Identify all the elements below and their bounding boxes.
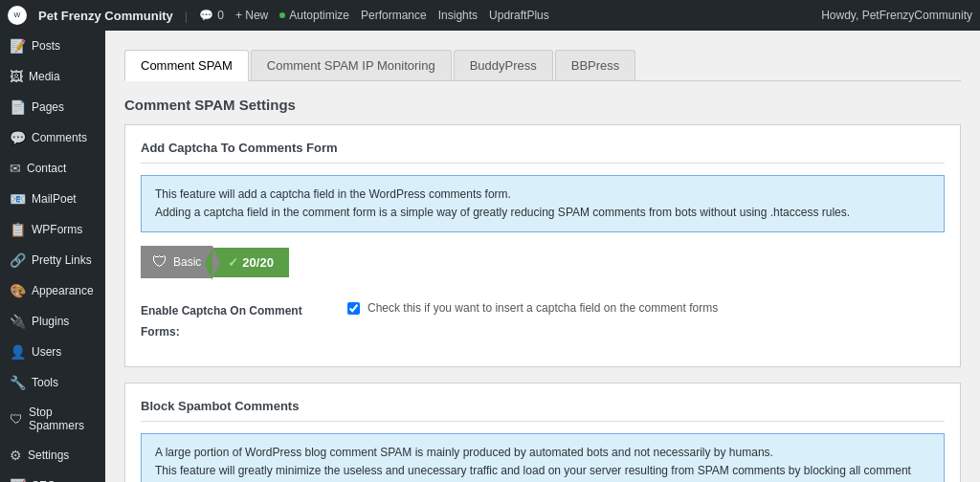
sidebar-item-contact[interactable]: ✉ Contact xyxy=(0,153,105,184)
section1-checkbox[interactable] xyxy=(347,302,360,315)
wpforms-icon: 📋 xyxy=(10,222,26,237)
autoptimize-status-dot xyxy=(279,12,285,18)
comments-icon: 💬 xyxy=(10,130,26,145)
comments-link[interactable]: 💬 0 xyxy=(199,9,224,22)
updraftplus-link[interactable]: UpdraftPlus xyxy=(489,9,549,22)
admin-bar: W Pet Frenzy Community | 💬 0 + New Autop… xyxy=(0,0,980,31)
media-icon: 🖼 xyxy=(10,69,23,84)
appearance-icon: 🎨 xyxy=(10,283,26,298)
sidebar-item-media[interactable]: 🖼 Media xyxy=(0,61,105,92)
section2-title: Block Spambot Comments xyxy=(141,399,945,422)
mailpoet-icon: 📧 xyxy=(10,191,26,207)
section-add-captcha: Add Captcha To Comments Form This featur… xyxy=(124,124,961,367)
tab-comment-spam-ip[interactable]: Comment SPAM IP Monitoring xyxy=(251,50,452,80)
section1-shield-badge: 🛡 Basic xyxy=(141,246,212,278)
tab-buddypress[interactable]: BuddyPress xyxy=(454,50,553,80)
page-title: Comment SPAM Settings xyxy=(124,97,961,113)
sidebar-item-mailpoet[interactable]: 📧 MailPoet xyxy=(0,184,105,214)
howdy-text: Howdy, PetFrenzyCommunity xyxy=(821,9,972,22)
sidebar-item-comments[interactable]: 💬 Comments xyxy=(0,122,105,153)
admin-sidebar: 📝 Posts 🖼 Media 📄 Pages 💬 Comments ✉ Con… xyxy=(0,31,105,482)
new-link[interactable]: + New xyxy=(235,9,268,22)
posts-icon: 📝 xyxy=(10,38,26,54)
sidebar-item-plugins[interactable]: 🔌 Plugins xyxy=(0,306,105,337)
sidebar-item-appearance[interactable]: 🎨 Appearance xyxy=(0,275,105,306)
sidebar-item-pages[interactable]: 📄 Pages xyxy=(0,92,105,122)
section1-info: This feature will add a captcha field in… xyxy=(141,175,945,232)
users-icon: 👤 xyxy=(10,344,26,360)
contact-icon: ✉ xyxy=(10,161,21,176)
sidebar-item-stopspammers[interactable]: 🛡 Stop Spammers xyxy=(0,398,105,440)
section-block-spambots: Block Spambot Comments A large portion o… xyxy=(124,383,961,482)
shield-icon: 🛡 xyxy=(152,253,167,271)
section2-info: A large portion of WordPress blog commen… xyxy=(141,433,945,482)
wp-logo[interactable]: W xyxy=(8,6,27,25)
plugins-icon: 🔌 xyxy=(10,314,26,329)
prettylinks-icon: 🔗 xyxy=(10,252,26,268)
sidebar-item-seo[interactable]: 📈 SEO xyxy=(0,471,105,482)
seo-icon: 📈 xyxy=(10,478,26,482)
insights-link[interactable]: Insights xyxy=(438,9,478,22)
sidebar-item-wpforms[interactable]: 📋 WPForms xyxy=(0,214,105,245)
section1-setting-label: Enable Captcha On Comment Forms: xyxy=(141,301,332,342)
main-content: Comment SPAM Comment SPAM IP Monitoring … xyxy=(105,31,980,482)
section1-checkbox-label: Check this if you want to insert a captc… xyxy=(368,301,718,315)
tab-bbpress[interactable]: BBPress xyxy=(555,50,636,80)
tab-comment-spam[interactable]: Comment SPAM xyxy=(124,50,249,81)
sidebar-item-prettylinks[interactable]: 🔗 Pretty Links xyxy=(0,245,105,275)
svg-text:W: W xyxy=(13,11,20,19)
section1-badge: 🛡 Basic ✓20/20 xyxy=(141,246,289,278)
section1-score-badge: ✓20/20 xyxy=(212,248,289,277)
comment-icon: 💬 xyxy=(199,9,213,22)
stopspammers-icon: 🛡 xyxy=(10,411,23,427)
section1-score-row: 🛡 Basic ✓20/20 xyxy=(141,246,945,278)
section1-setting-control: Check this if you want to insert a captc… xyxy=(347,301,718,315)
sidebar-item-users[interactable]: 👤 Users xyxy=(0,337,105,367)
section1-title: Add Captcha To Comments Form xyxy=(141,141,945,164)
autoptimize-link[interactable]: Autoptimize xyxy=(279,9,349,22)
tools-icon: 🔧 xyxy=(10,375,26,390)
performance-link[interactable]: Performance xyxy=(361,9,427,22)
sidebar-item-tools[interactable]: 🔧 Tools xyxy=(0,367,105,398)
pages-icon: 📄 xyxy=(10,99,26,115)
sidebar-item-posts[interactable]: 📝 Posts xyxy=(0,31,105,61)
site-name[interactable]: Pet Frenzy Community xyxy=(38,9,173,23)
section1-setting-row: Enable Captcha On Comment Forms: Check t… xyxy=(141,294,945,350)
settings-icon: ⚙ xyxy=(10,448,22,463)
check-icon: ✓ xyxy=(228,255,238,270)
tab-bar: Comment SPAM Comment SPAM IP Monitoring … xyxy=(124,50,961,81)
sidebar-item-settings[interactable]: ⚙ Settings xyxy=(0,440,105,471)
